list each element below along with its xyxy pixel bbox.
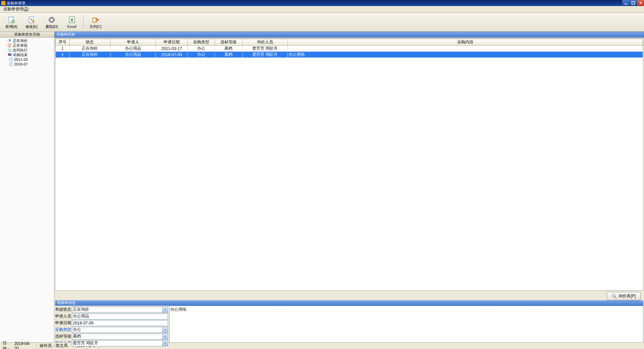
close-button-toolbar[interactable]: 关闭[C] [85,14,105,30]
column-header[interactable]: 申请日期 [156,39,188,46]
content-textarea[interactable] [169,306,643,343]
type-field[interactable]: 办公▼ [72,327,168,333]
tree-panel: 采购单所在月份 ⋯正在询价⋯正在审批⋯合同执行⋯采购结束⋯2011-03⋯201… [0,32,54,342]
table-cell: 办公用品 [110,46,156,52]
tree-connector: ⋯ [5,44,7,47]
tree-header: 采购单所在月份 [0,32,54,38]
status-value: 正在询价 [73,307,89,312]
applicant-field[interactable]: 办公用品 [72,313,168,319]
column-header[interactable]: 序号 [56,39,70,46]
pin-icon [7,39,12,43]
edit-icon [7,43,12,47]
svg-rect-0 [625,4,627,4]
price-sheet-label: 询价表[P] [618,293,636,299]
table-row[interactable]: 1正在询价办公用品2011-03-17办公高档娄芳芳 邓皎月 [56,46,643,52]
status-field[interactable]: 正在询价▼ [72,307,168,313]
tree-item[interactable]: ⋯合同执行 [0,48,54,52]
table-cell: 办公 [187,52,215,58]
column-header[interactable]: 采购类型 [187,39,215,46]
tree-label: 正在审批 [13,43,28,48]
table-cell: 2011-03-17 [156,46,188,52]
minimize-button[interactable] [622,0,629,6]
svg-rect-1 [632,2,635,4]
svg-rect-8 [93,18,95,22]
menu-manage[interactable]: 采购单管理(Z) [1,6,31,13]
tree-label: 2011-03 [14,57,28,61]
table-cell [288,46,643,52]
date-label: 申请日期 [55,320,72,326]
dropdown-icon[interactable]: ▼ [162,341,168,346]
table-row[interactable]: 2正在询价办公用品2018-07-05办公高档娄芳芳 邓皎月办公用纸 [56,52,643,58]
tree-item[interactable]: ⋯2011-03 [0,57,54,62]
menu-label-end: ) [27,7,29,11]
excel-label: Excel [68,25,77,29]
tree-item[interactable]: ⋯正在询价 [0,38,54,43]
column-header[interactable]: 选材等级 [215,39,242,46]
tree-label: 正在询价 [13,38,28,43]
column-header[interactable]: 询价人员 [242,39,288,46]
tree-connector: ⋯ [5,39,7,43]
close-label: 关闭[C] [89,25,101,29]
title-bar: 采购单管理 [0,0,644,6]
edit-button[interactable]: 修改[E] [22,14,42,30]
maximize-button[interactable] [629,0,637,6]
edit-label: 修改[E] [26,25,37,29]
add-icon [7,16,15,24]
table-cell: 娄芳芳 邓皎月 [242,46,288,52]
date-field[interactable]: 2018-07-05 [72,320,168,326]
table-cell: 娄芳芳 邓皎月 [242,52,288,58]
tree-connector: ⋯ [5,53,7,57]
table-cell: 办公用品 [110,52,156,58]
status-label: 单据状态 [55,307,72,312]
table-cell: 1 [56,46,70,52]
delete-icon [48,16,56,24]
close-button[interactable] [637,0,644,6]
column-header[interactable]: 状态 [69,39,110,46]
svg-point-11 [10,51,11,52]
menu-label: 采购单管理( [3,7,25,11]
clock-icon [9,57,13,61]
delete-button[interactable]: 删除[D] [42,14,62,30]
tree-connector: ⋯ [6,62,9,66]
price-sheet-button[interactable]: 询价表[P] [607,292,641,300]
svg-point-16 [612,294,615,297]
toolbar-separator [83,15,84,29]
close-icon [91,16,99,24]
clock-icon [9,62,13,66]
staff-value: 娄芳芳 邓皎月 [73,340,98,346]
grade-field[interactable]: 高档▼ [72,334,168,340]
add-label: 新增[A] [5,25,17,29]
tree-connector: ⋯ [6,58,9,61]
tree-item[interactable]: ⋯2018-07 [0,62,54,67]
column-header[interactable]: 申请人 [110,39,156,46]
window-title: 采购单管理 [7,1,622,6]
table-cell: 高档 [215,46,242,52]
type-label[interactable]: 采购类型 [55,327,72,333]
applicant-value: 办公用品 [73,313,89,319]
dropdown-icon[interactable]: ▼ [162,327,168,333]
list-header: 采购单列表 [54,32,644,38]
table-cell: 办公用纸 [288,52,643,58]
tree-connector: ⋯ [5,48,7,52]
table-cell: 正在询价 [69,46,110,52]
tree-label: 采购结束 [13,52,28,57]
status-operator-value: 陈文禹 [56,343,68,349]
svg-point-10 [9,51,10,52]
toolbar: 新增[A] 修改[E] 删除[D] Excel 关闭[C] [0,13,644,32]
dropdown-icon[interactable]: ▼ [162,307,168,312]
table-cell: 2 [56,52,70,58]
excel-button[interactable]: Excel [62,14,82,30]
status-operator-label: 操作员： [40,343,56,349]
tree-body: ⋯正在询价⋯正在审批⋯合同执行⋯采购结束⋯2011-03⋯2018-07 [0,38,54,342]
app-icon [1,1,5,5]
column-header[interactable]: 采购内容 [288,39,643,46]
tree-label: 合同执行 [13,48,28,53]
tree-item[interactable]: ⋯采购结束 [0,52,54,57]
detail-header: 采购单信息 [55,300,643,306]
table-area[interactable]: 序号状态申请人申请日期采购类型选材等级询价人员采购内容 1正在询价办公用品201… [55,38,643,291]
excel-icon [68,16,76,24]
dropdown-icon[interactable]: ▼ [162,334,168,339]
tree-item[interactable]: ⋯正在审批 [0,43,54,48]
staff-field[interactable]: 娄芳芳 邓皎月▼ [72,340,168,346]
add-button[interactable]: 新增[A] [1,14,22,30]
